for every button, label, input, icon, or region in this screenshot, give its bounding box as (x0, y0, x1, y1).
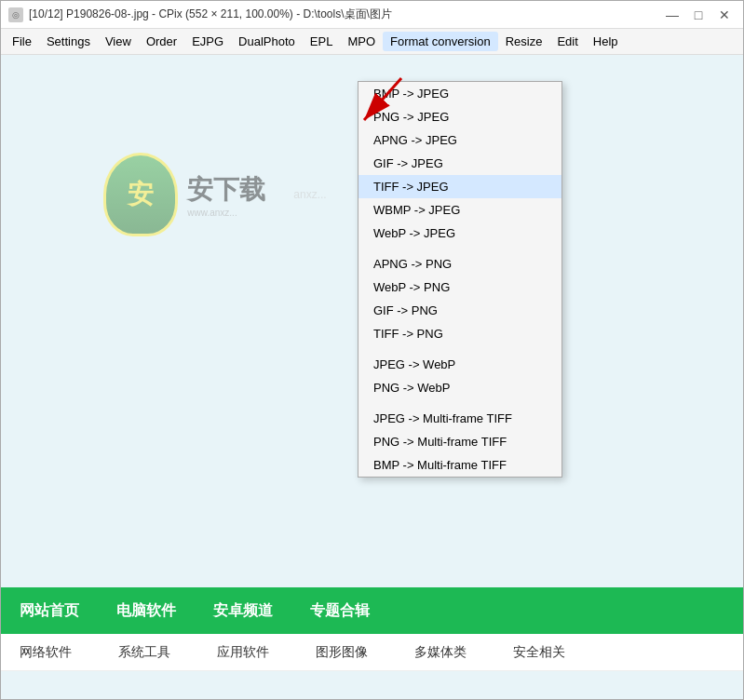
menu-view[interactable]: View (98, 32, 139, 51)
nav-item-1[interactable]: 网站首页 (20, 601, 79, 621)
menu-png-multitiff[interactable]: PNG -> Multi-frame TIFF (358, 430, 561, 453)
menu-settings[interactable]: Settings (39, 32, 98, 51)
menu-bmp-jpeg[interactable]: BMP -> JPEG (358, 82, 561, 105)
minimize-button[interactable]: — (661, 4, 683, 26)
menu-bmp-multitiff[interactable]: BMP -> Multi-frame TIFF (358, 453, 561, 477)
close-button[interactable]: ✕ (713, 4, 736, 26)
title-bar-text: [10/12] P190826-08-.jpg - CPix (552 × 21… (29, 7, 392, 22)
separator-1 (358, 245, 561, 252)
menu-apng-png[interactable]: APNG -> PNG (358, 252, 561, 276)
menu-jpeg-webp[interactable]: JPEG -> WebP (358, 353, 561, 376)
main-content: 安 安下载 www.anxz... anxz... 网站首页 电脑软件 安卓频道… (1, 55, 743, 699)
app-icon: ◎ (8, 7, 23, 22)
title-bar: ◎ [10/12] P190826-08-.jpg - CPix (552 × … (1, 1, 743, 29)
sub-nav-item-2[interactable]: 系统工具 (118, 644, 170, 661)
separator-3 (358, 399, 561, 407)
menu-mpo[interactable]: MPO (340, 32, 383, 51)
sub-nav-item-4[interactable]: 图形图像 (316, 644, 368, 661)
sub-nav-item-5[interactable]: 多媒体类 (414, 644, 467, 661)
menu-png-webp[interactable]: PNG -> WebP (358, 376, 561, 399)
menu-webp-jpeg[interactable]: WebP -> JPEG (358, 222, 561, 245)
logo-subtitle: www.anxz... (187, 208, 265, 218)
menubar: File Settings View Order EJPG DualPhoto … (1, 29, 743, 55)
logo-text: 安下载 (187, 172, 265, 208)
nav-item-4[interactable]: 专题合辑 (310, 601, 370, 621)
menu-format-conversion[interactable]: Format conversion (383, 32, 498, 51)
menu-gif-jpeg[interactable]: GIF -> JPEG (358, 152, 561, 175)
menu-webp-png[interactable]: WebP -> PNG (358, 276, 561, 299)
green-nav: 网站首页 电脑软件 安卓频道 专题合辑 (1, 587, 743, 634)
menu-jpeg-multitiff[interactable]: JPEG -> Multi-frame TIFF (358, 407, 561, 430)
nav-item-3[interactable]: 安卓频道 (213, 601, 273, 621)
green-navbar: 网站首页 电脑软件 安卓频道 专题合辑 (1, 587, 743, 634)
sub-navbar: 网络软件 系统工具 应用软件 图形图像 多媒体类 安全相关 (1, 634, 743, 671)
main-window: ◎ [10/12] P190826-08-.jpg - CPix (552 × … (0, 0, 744, 700)
sub-nav-item-1[interactable]: 网络软件 (20, 644, 72, 661)
nav-item-2[interactable]: 电脑软件 (116, 601, 176, 621)
sub-nav: 网络软件 系统工具 应用软件 图形图像 多媒体类 安全相关 (1, 634, 743, 671)
menu-wbmp-jpeg[interactable]: WBMP -> JPEG (358, 198, 561, 222)
menu-order[interactable]: Order (139, 32, 184, 51)
separator-2 (358, 345, 561, 353)
logo-area: 安 安下载 www.anxz... anxz... (75, 101, 355, 288)
menu-tiff-png[interactable]: TIFF -> PNG (358, 322, 561, 345)
title-bar-controls: — □ ✕ (661, 4, 736, 26)
sub-nav-item-6[interactable]: 安全相关 (513, 644, 565, 661)
menu-apng-jpeg[interactable]: APNG -> JPEG (358, 128, 561, 152)
sub-nav-item-3[interactable]: 应用软件 (217, 644, 269, 661)
menu-tiff-jpeg[interactable]: TIFF -> JPEG (358, 175, 561, 198)
menu-epl[interactable]: EPL (303, 32, 341, 51)
menu-dualphoto[interactable]: DualPhoto (231, 32, 303, 51)
menu-resize[interactable]: Resize (498, 32, 550, 51)
menu-gif-png[interactable]: GIF -> PNG (358, 299, 561, 322)
maximize-button[interactable]: □ (687, 4, 710, 26)
menu-png-jpeg[interactable]: PNG -> JPEG (358, 105, 561, 128)
menu-ejpg[interactable]: EJPG (184, 32, 231, 51)
menu-edit[interactable]: Edit (549, 32, 585, 51)
format-conversion-dropdown: BMP -> JPEG PNG -> JPEG APNG -> JPEG GIF… (358, 81, 562, 478)
menu-file[interactable]: File (5, 32, 39, 51)
watermark: anxz... (293, 188, 326, 201)
title-bar-left: ◎ [10/12] P190826-08-.jpg - CPix (552 × … (8, 7, 392, 22)
menu-help[interactable]: Help (586, 32, 626, 51)
